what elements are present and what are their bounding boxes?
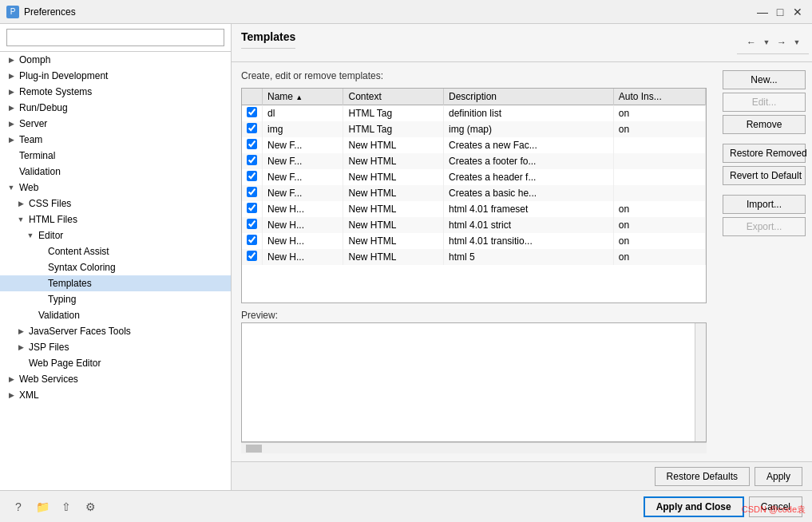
help-icon[interactable]: ? — [10, 498, 27, 516]
preview-vscroll[interactable] — [695, 323, 706, 441]
row-checkbox[interactable] — [247, 187, 257, 197]
row-description: html 4.01 frameset — [444, 201, 614, 217]
maximize-button[interactable]: □ — [772, 4, 788, 20]
tree-arrow-expanded — [16, 215, 26, 224]
row-checkbox[interactable] — [247, 235, 257, 245]
row-checkbox-cell[interactable] — [242, 217, 263, 233]
row-checkbox-cell[interactable] — [242, 249, 263, 265]
export-prefs-icon[interactable]: ⇧ — [57, 498, 75, 516]
table-row[interactable]: New H... New HTML html 4.01 transitio...… — [242, 233, 706, 249]
tree-item-validation-inner[interactable]: Validation — [0, 307, 231, 323]
table-row[interactable]: New H... New HTML html 4.01 frameset on — [242, 201, 706, 217]
col-checkbox[interactable] — [242, 89, 263, 105]
tree-arrow-leaf — [35, 263, 45, 272]
tree-item-server[interactable]: Server — [0, 116, 231, 132]
row-checkbox-cell[interactable] — [242, 169, 263, 185]
tree-item-team[interactable]: Team — [0, 132, 231, 148]
window-controls: — □ ✕ — [755, 4, 806, 20]
col-auto-insert[interactable]: Auto Ins... — [613, 89, 705, 105]
row-auto-insert — [613, 169, 705, 185]
new-button[interactable]: New... — [723, 70, 806, 89]
row-description: img (map) — [444, 121, 614, 137]
templates-table-container[interactable]: Name ▲ Context Description Auto Ins... d… — [241, 88, 707, 303]
apply-and-close-button[interactable]: Apply and Close — [644, 496, 744, 517]
workspace-icon[interactable]: 📁 — [34, 498, 51, 516]
footer-icons: ? 📁 ⇧ ⚙ — [10, 498, 99, 516]
col-name[interactable]: Name ▲ — [263, 89, 343, 105]
tree-item-label: CSS Files — [29, 198, 71, 209]
tree-item-remote-systems[interactable]: Remote Systems — [0, 84, 231, 100]
row-checkbox-cell[interactable] — [242, 185, 263, 201]
close-button[interactable]: ✕ — [790, 4, 806, 20]
tree-item-validation[interactable]: Validation — [0, 164, 231, 180]
table-row[interactable]: img HTML Tag img (map) on — [242, 121, 706, 137]
tree-item-jsp-files[interactable]: JSP Files — [0, 339, 231, 355]
forward-button[interactable]: → — [774, 34, 790, 50]
revert-to-default-button[interactable]: Revert to Default — [723, 166, 806, 185]
row-checkbox[interactable] — [247, 251, 257, 261]
row-checkbox[interactable] — [247, 123, 257, 133]
tree-item-web-services[interactable]: Web Services — [0, 371, 231, 387]
tree-item-syntax-coloring[interactable]: Syntax Coloring — [0, 259, 231, 275]
tree-arrow-collapsed — [6, 390, 16, 400]
tree-item-editor[interactable]: Editor — [0, 227, 231, 243]
restore-removed-button[interactable]: Restore Removed — [723, 144, 806, 163]
table-row[interactable]: New F... New HTML Creates a header f... — [242, 169, 706, 185]
forward-dropdown[interactable]: ▼ — [791, 34, 802, 50]
row-checkbox-cell[interactable] — [242, 153, 263, 169]
row-checkbox[interactable] — [247, 219, 257, 229]
tree-arrow-leaf — [6, 167, 16, 176]
edit-button[interactable]: Edit... — [723, 93, 806, 112]
tree-item-terminal[interactable]: Terminal — [0, 148, 231, 164]
tree-item-plugin-dev[interactable]: Plug-in Development — [0, 68, 231, 84]
search-box — [0, 24, 231, 52]
preview-area: Preview: — [241, 310, 707, 442]
table-row[interactable]: New F... New HTML Creates a basic he... — [242, 185, 706, 201]
row-checkbox[interactable] — [247, 203, 257, 213]
back-dropdown[interactable]: ▼ — [761, 34, 772, 50]
row-checkbox-cell[interactable] — [242, 201, 263, 217]
table-row[interactable]: New H... New HTML html 5 on — [242, 249, 706, 265]
tree-item-javaserver-faces[interactable]: JavaServer Faces Tools — [0, 323, 231, 339]
row-context: New HTML — [343, 249, 444, 265]
row-checkbox[interactable] — [247, 107, 257, 117]
tree-item-xml[interactable]: XML — [0, 387, 231, 403]
search-input[interactable] — [6, 29, 224, 46]
tree-item-web-page-editor[interactable]: Web Page Editor — [0, 355, 231, 371]
row-checkbox[interactable] — [247, 155, 257, 165]
row-checkbox-cell[interactable] — [242, 105, 263, 122]
tree-item-label: Web — [19, 182, 38, 193]
tree-item-label: Validation — [19, 166, 61, 177]
h-scrollbar[interactable] — [241, 442, 707, 453]
restore-defaults-button[interactable]: Restore Defaults — [655, 467, 750, 486]
tree-item-css-files[interactable]: CSS Files — [0, 196, 231, 212]
tree-item-oomph[interactable]: Oomph — [0, 52, 231, 68]
export-button[interactable]: Export... — [723, 217, 806, 236]
tree-item-label: Plug-in Development — [19, 70, 108, 81]
settings-icon[interactable]: ⚙ — [81, 498, 99, 516]
minimize-button[interactable]: — — [755, 4, 770, 20]
tree-item-typing[interactable]: Typing — [0, 291, 231, 307]
table-row[interactable]: dl HTML Tag definition list on — [242, 105, 706, 122]
col-description[interactable]: Description — [444, 89, 614, 105]
row-checkbox[interactable] — [247, 139, 257, 149]
table-row[interactable]: New F... New HTML Creates a footer fo... — [242, 153, 706, 169]
tree-container[interactable]: OomphPlug-in DevelopmentRemote SystemsRu… — [0, 52, 231, 490]
apply-button[interactable]: Apply — [755, 467, 802, 486]
row-checkbox-cell[interactable] — [242, 121, 263, 137]
row-checkbox-cell[interactable] — [242, 233, 263, 249]
import-button[interactable]: Import... — [723, 195, 806, 214]
back-button[interactable]: ← — [743, 34, 759, 50]
tree-item-content-assist[interactable]: Content Assist — [0, 243, 231, 259]
row-checkbox-cell[interactable] — [242, 137, 263, 153]
tree-item-run-debug[interactable]: Run/Debug — [0, 100, 231, 116]
tree-item-html-files[interactable]: HTML Files — [0, 212, 231, 227]
col-context[interactable]: Context — [343, 89, 444, 105]
remove-button[interactable]: Remove — [723, 115, 806, 134]
tree-item-web[interactable]: Web — [0, 180, 231, 196]
tree-item-label: Templates — [48, 278, 92, 289]
table-row[interactable]: New H... New HTML html 4.01 strict on — [242, 217, 706, 233]
row-checkbox[interactable] — [247, 171, 257, 181]
table-row[interactable]: New F... New HTML Creates a new Fac... — [242, 137, 706, 153]
tree-item-templates[interactable]: Templates — [0, 275, 231, 291]
